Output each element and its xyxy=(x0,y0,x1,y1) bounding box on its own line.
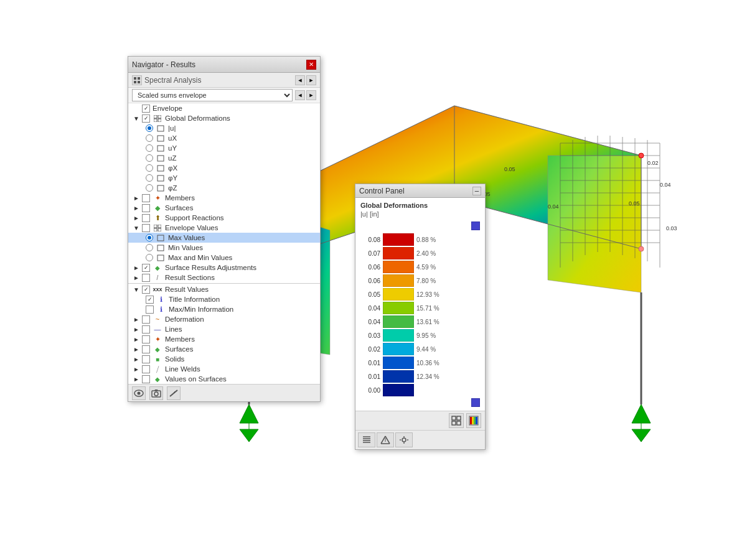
legend-color-10 xyxy=(383,357,414,369)
expand-deformation[interactable]: ► xyxy=(132,315,141,324)
expand-surfaces2[interactable]: ► xyxy=(132,345,141,353)
tree-item-result-values[interactable]: ▼ xxx Result Values xyxy=(128,284,320,294)
radio-phiy[interactable] xyxy=(146,174,153,182)
eye-button[interactable] xyxy=(132,386,146,400)
check-surface-adj[interactable] xyxy=(142,264,150,272)
check-deformation[interactable] xyxy=(142,315,150,324)
expand-result-sections[interactable]: ► xyxy=(132,273,141,282)
cp-tab-list[interactable] xyxy=(358,432,375,447)
cp-color-button[interactable] xyxy=(466,413,481,428)
tree-item-surfaces2[interactable]: ► ◆ Surfaces xyxy=(128,344,320,354)
legend-color-9 xyxy=(383,343,414,355)
tree-item-solids[interactable]: ► ■ Solids xyxy=(128,354,320,364)
tree-item-u-abs[interactable]: |u| xyxy=(128,123,320,133)
check-result-values[interactable] xyxy=(142,286,150,294)
nav-prev-btn[interactable]: ◄ xyxy=(295,75,305,85)
svg-rect-62 xyxy=(157,185,164,191)
svg-marker-74 xyxy=(154,390,158,391)
tree-item-phiy[interactable]: φY xyxy=(128,173,320,183)
radio-max-values[interactable] xyxy=(146,234,153,241)
radio-max-min-values[interactable] xyxy=(146,254,153,261)
top-indicator xyxy=(471,222,480,230)
check-support-reactions[interactable] xyxy=(142,214,150,222)
tree-item-title-info[interactable]: ℹ Title Information xyxy=(128,294,320,304)
svg-line-75 xyxy=(170,390,177,396)
check-members[interactable] xyxy=(142,194,150,202)
dropdown-prev-btn[interactable]: ◄ xyxy=(295,90,305,100)
check-members2[interactable] xyxy=(142,335,150,343)
check-line-welds[interactable] xyxy=(142,365,150,373)
radio-u-abs[interactable] xyxy=(146,124,153,132)
cp-titlebar: Control Panel ─ xyxy=(355,184,485,198)
expand-global-def[interactable]: ▼ xyxy=(132,114,141,123)
tree-item-members2[interactable]: ► ✦ Members xyxy=(128,334,320,344)
tree-item-surfaces[interactable]: ► ◆ Surfaces xyxy=(128,203,320,213)
tree-item-min-values[interactable]: Min Values xyxy=(128,243,320,253)
check-envelope[interactable] xyxy=(142,105,150,113)
tree-item-envelope[interactable]: Envelope xyxy=(128,103,320,113)
expand-lines[interactable]: ► xyxy=(132,325,141,334)
check-envelope-values[interactable] xyxy=(142,224,150,232)
expand-icon[interactable] xyxy=(132,104,141,113)
tree-item-members[interactable]: ► ✦ Members xyxy=(128,193,320,203)
tree-item-max-min-values[interactable]: Max and Min Values xyxy=(128,253,320,263)
check-global-def[interactable] xyxy=(142,114,150,123)
cp-tab-settings[interactable] xyxy=(395,432,413,447)
tree-item-line-welds[interactable]: ► ⧸ Line Welds xyxy=(128,364,320,374)
expand-result-values[interactable]: ▼ xyxy=(132,285,141,294)
check-surfaces[interactable] xyxy=(142,204,150,212)
radio-ux[interactable] xyxy=(146,134,153,142)
check-result-sections[interactable] xyxy=(142,274,150,282)
expand-members[interactable]: ► xyxy=(132,194,141,202)
envelope-dropdown[interactable]: Scaled sums envelope xyxy=(132,89,293,101)
svg-text:0.02: 0.02 xyxy=(647,160,659,166)
expand-solids[interactable]: ► xyxy=(132,355,141,363)
tree-item-phiz[interactable]: φZ xyxy=(128,183,320,193)
radio-uy[interactable] xyxy=(146,144,153,152)
check-title-info[interactable] xyxy=(146,296,154,304)
legend-percent-3: 4.59 % xyxy=(416,264,448,271)
svg-rect-48 xyxy=(134,77,136,80)
tree-item-surface-adj[interactable]: ► ◆ Surface Results Adjustments xyxy=(128,263,320,273)
nav-next-btn[interactable]: ► xyxy=(306,75,316,85)
expand-surface-adj[interactable]: ► xyxy=(132,263,141,272)
check-solids[interactable] xyxy=(142,355,150,363)
close-button[interactable]: ✕ xyxy=(306,60,316,70)
check-surfaces2[interactable] xyxy=(142,345,150,353)
radio-min-values[interactable] xyxy=(146,244,153,251)
tree-item-uz[interactable]: uZ xyxy=(128,153,320,163)
expand-members2[interactable]: ► xyxy=(132,335,141,343)
ruler-button[interactable] xyxy=(167,386,181,400)
radio-phiz[interactable] xyxy=(146,184,153,192)
tree-item-envelope-values[interactable]: ▼ Envelope Values xyxy=(128,223,320,233)
camera-button[interactable] xyxy=(149,386,163,400)
expand-values-on-surfaces[interactable]: ► xyxy=(132,375,141,383)
radio-uz[interactable] xyxy=(146,154,153,162)
tree-item-global-def[interactable]: ▼ Global Deformations xyxy=(128,113,320,123)
legend-percent-6: 15.71 % xyxy=(416,305,448,312)
cp-tab-scale[interactable] xyxy=(377,432,394,447)
tree-item-deformation[interactable]: ► ~ Deformation xyxy=(128,314,320,324)
check-lines[interactable] xyxy=(142,325,150,334)
legend-percent-4: 7.80 % xyxy=(416,278,448,284)
cp-grid-button[interactable] xyxy=(449,413,464,428)
tree-item-max-values[interactable]: Max Values xyxy=(128,233,320,243)
expand-line-welds[interactable]: ► xyxy=(132,365,141,373)
cp-minimize-button[interactable]: ─ xyxy=(472,187,481,195)
expand-envelope-values[interactable]: ▼ xyxy=(132,223,141,232)
tree-item-result-sections[interactable]: ► / Result Sections xyxy=(128,273,320,282)
tree-item-phix[interactable]: φX xyxy=(128,163,320,173)
tree-item-uy[interactable]: uY xyxy=(128,143,320,153)
tree-item-lines[interactable]: ► — Lines xyxy=(128,324,320,334)
check-values-on-surfaces[interactable] xyxy=(142,375,150,383)
expand-support-reactions[interactable]: ► xyxy=(132,213,141,222)
radio-phix[interactable] xyxy=(146,164,153,172)
expand-surfaces[interactable]: ► xyxy=(132,203,141,212)
tree-item-support-reactions[interactable]: ► ⬆ Support Reactions xyxy=(128,213,320,223)
tree-item-max-min-info[interactable]: ℹ Max/Min Information xyxy=(128,304,320,314)
tree-item-ux[interactable]: uX xyxy=(128,133,320,143)
tree-item-values-on-surfaces[interactable]: ► ◆ Values on Surfaces xyxy=(128,374,320,384)
svg-line-92 xyxy=(385,436,390,444)
check-max-min-info[interactable] xyxy=(146,306,154,314)
dropdown-next-btn[interactable]: ► xyxy=(306,90,316,100)
